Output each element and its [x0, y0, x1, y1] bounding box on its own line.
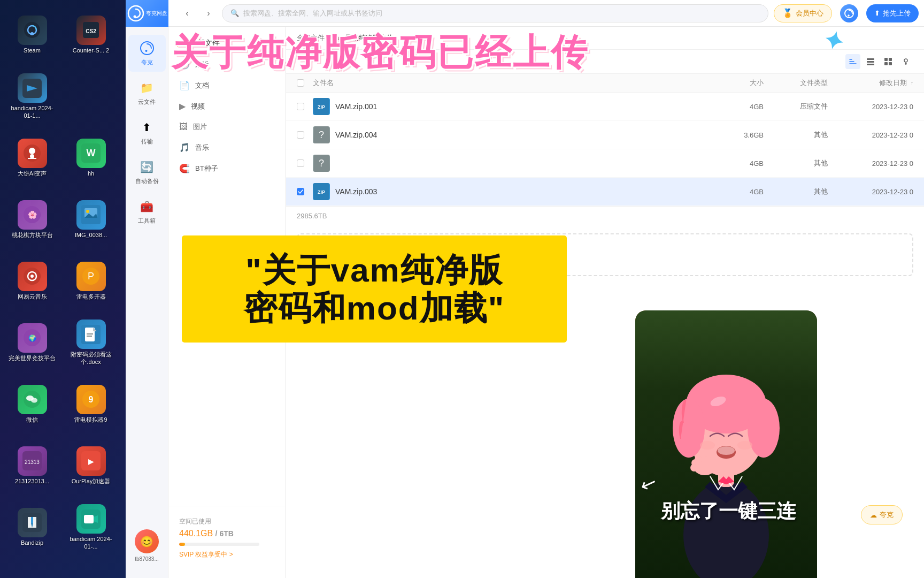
quark-drive-label: 夸克: [141, 58, 153, 66]
taohua-icon[interactable]: 🌸 桃花棋方块平台: [5, 193, 59, 246]
file2-size: 3.6GB: [710, 131, 764, 139]
member-label: 会员中心: [796, 9, 823, 18]
title-bar: 夸克网盘 ‹ › 🔍 搜索网盘、搜索全网、输入网址或从书签访问 🏅 会员中心 ⬆…: [126, 0, 924, 27]
bandizip-icon[interactable]: Bandizip: [5, 500, 59, 554]
counter-icon[interactable]: CS2 Counter-S... 2: [64, 8, 118, 62]
table-row[interactable]: ? 4GB 其他 2023-12-23 0: [286, 149, 924, 178]
ourplay-icon[interactable]: ▶ OurPlay加速器: [64, 439, 118, 492]
nav-recent[interactable]: 🕐 最近: [168, 54, 286, 75]
leidiannine-icon[interactable]: 9 雷电模拟器9: [64, 377, 118, 431]
icon-row-3: 🌸 桃花棋方块平台 IMG_0038...: [0, 190, 126, 249]
file4-name: VAM.zip.003: [335, 187, 377, 196]
svg-point-30: [31, 398, 37, 403]
sort-asc-icon: ↑: [911, 80, 913, 86]
audio-label: 音乐: [195, 143, 209, 153]
row4-checkbox[interactable]: [297, 188, 304, 195]
dabing-icon[interactable]: 大饼AI变声: [5, 131, 59, 185]
table-row[interactable]: ZIP VAM.zip.001 4GB 压缩文件 2023-12-23 0: [286, 93, 924, 121]
nav-bt[interactable]: 🧲 BT种子: [168, 158, 286, 179]
save-cloud-btn[interactable]: ☁ 夸克: [861, 505, 903, 524]
user-name: tb87083...: [135, 556, 158, 562]
leidianduo-icon[interactable]: P 雷电多开器: [64, 254, 118, 308]
user-avatar[interactable]: 😊: [135, 529, 159, 553]
col-header-date: 修改日期 ↑: [828, 78, 913, 88]
sidebar-item-auto-backup[interactable]: 🔄 自动备份: [128, 154, 166, 191]
video-label: 视频: [191, 102, 205, 111]
svg-rect-46: [867, 58, 874, 60]
storage-used: 440.1GB: [179, 529, 213, 538]
nav-audio[interactable]: 🎵 音乐: [168, 137, 286, 158]
bandicam2-icon-img: [76, 504, 106, 534]
world-tech-icon[interactable]: 🌍 完美世界竞技平台: [5, 316, 59, 369]
search-placeholder: 搜索网盘、搜索全网、输入网址或从书签访问: [243, 9, 382, 18]
sidebar-item-tools[interactable]: 🧰 工具箱: [128, 193, 166, 230]
wangyi-label: 网易云音乐: [18, 293, 47, 300]
save-cloud-label: 夸克: [880, 510, 894, 520]
save-to-cloud-area: ☁ 夸克: [861, 505, 903, 524]
table-row[interactable]: ? VAM.zip.004 3.6GB 其他 2023-12-23 0: [286, 121, 924, 149]
upload-btn[interactable]: ⬆ 抢先上传: [866, 4, 919, 22]
nav-forward-btn[interactable]: ›: [201, 5, 217, 21]
sidebar-item-transfer[interactable]: ⬆ 传输: [128, 114, 166, 151]
svg-text:W: W: [87, 148, 96, 158]
file2-icon: ?: [313, 126, 330, 143]
doc-icon[interactable]: 附密码必须看这个.docx: [64, 316, 118, 369]
nav-docs[interactable]: 📄 文档: [168, 75, 286, 96]
member-icon: 🏅: [782, 8, 793, 18]
nav-video[interactable]: ▶ 视频: [168, 96, 286, 117]
bandicam2-label: bandicam 2024-01-...: [67, 536, 115, 550]
storage-info: 空间已使用 440.1GB / 6TB SVIP 权益享受中 >: [168, 506, 286, 570]
svg-text:▶: ▶: [88, 457, 94, 466]
cloud-save-icon: ☁: [870, 511, 877, 519]
svg-point-68: [700, 441, 715, 450]
file1-icon: ZIP: [313, 98, 330, 115]
nav-images[interactable]: 🖼 图片: [168, 117, 286, 137]
search-bar[interactable]: 🔍 搜索网盘、搜索全网、输入网址或从书签访问: [222, 4, 768, 22]
svip-link[interactable]: SVIP 权益享受中 >: [179, 550, 275, 559]
select-all-checkbox[interactable]: [297, 79, 304, 87]
sidebar-item-cloud-files[interactable]: 📁 云文件: [128, 74, 166, 111]
total-size: 2985.6TB: [297, 212, 327, 220]
file3-type: 其他: [764, 158, 828, 168]
quark-drive-icon: [139, 40, 155, 56]
member-center-btn[interactable]: 🏅 会员中心: [774, 4, 832, 22]
col-header-size: 大小: [710, 78, 764, 88]
collapse-btn[interactable]: ›: [274, 37, 278, 49]
svg-text:P: P: [88, 271, 94, 282]
num21-icon[interactable]: 21313 213123013...: [5, 439, 59, 492]
svg-rect-48: [867, 64, 874, 65]
breadcrumb-current: vam最新纯净版本体: [332, 33, 394, 43]
svg-rect-27: [87, 336, 92, 337]
file2-name: VAM.zip.004: [335, 131, 377, 139]
img-label: IMG_0038...: [75, 232, 107, 239]
hh-icon[interactable]: W hh: [64, 131, 118, 185]
row2-checkbox[interactable]: [297, 131, 304, 139]
weixin-icon[interactable]: 微信: [5, 377, 59, 431]
leidianduo-icon-img: P: [76, 262, 106, 291]
quark-icon-btn[interactable]: [840, 4, 858, 22]
svg-rect-50: [889, 58, 892, 61]
img-icon[interactable]: IMG_0038...: [64, 193, 118, 246]
table-row[interactable]: ZIP VAM.zip.003 4GB 其他 2023-12-23 0: [286, 178, 924, 206]
bandicam1-icon[interactable]: bandicam 2024-01-1...: [5, 70, 59, 123]
world-tech-icon-img: 🌍: [18, 323, 47, 353]
bandizip-icon-img: [18, 508, 47, 537]
detail-view-btn[interactable]: [863, 54, 878, 69]
row3-checkbox[interactable]: [297, 159, 304, 167]
map-view-btn[interactable]: [898, 54, 913, 69]
anime-character-svg: [635, 310, 817, 578]
bandicam2-icon[interactable]: bandicam 2024-01-...: [64, 500, 118, 554]
nav-back-btn[interactable]: ‹: [179, 5, 195, 21]
hh-label: hh: [88, 170, 94, 177]
wangyi-icon[interactable]: 网易云音乐: [5, 254, 59, 308]
svg-point-16: [86, 210, 89, 213]
sort-view-btn[interactable]: [845, 54, 860, 69]
steam-icon[interactable]: Steam: [5, 8, 59, 62]
sidebar-item-quark[interactable]: 夸克: [128, 35, 166, 72]
all-files-btn[interactable]: 📂 全部文件: [176, 39, 220, 48]
list-view-btn[interactable]: [881, 54, 896, 69]
breadcrumb-root[interactable]: 全部文件: [297, 33, 325, 43]
images-label: 图片: [193, 122, 207, 132]
svg-point-53: [904, 59, 907, 62]
row1-checkbox[interactable]: [297, 103, 304, 110]
